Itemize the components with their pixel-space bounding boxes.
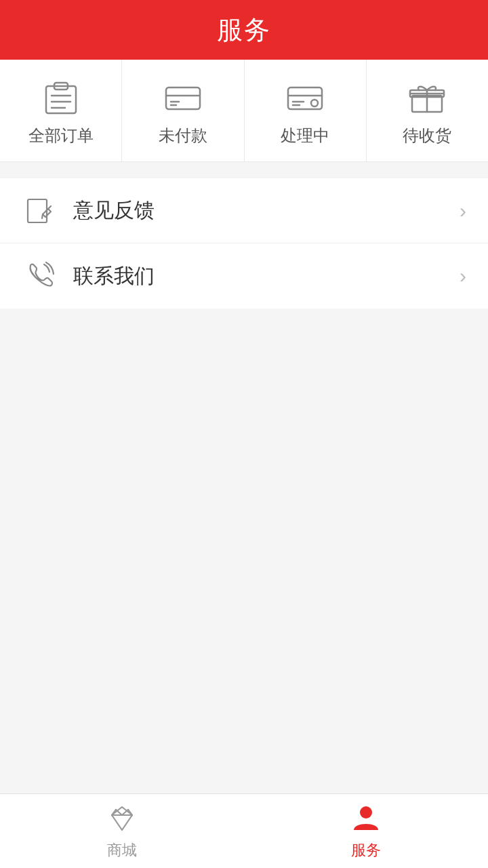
svg-point-13 <box>311 100 318 106</box>
order-tabs-section: 全部订单 未付款 处理中 <box>0 60 488 162</box>
nav-service-label: 服务 <box>351 840 381 861</box>
feedback-label: 意见反馈 <box>73 197 460 224</box>
nav-shop-label: 商城 <box>107 840 137 861</box>
menu-item-contact[interactable]: 联系我们 › <box>0 243 488 309</box>
menu-section: 意见反馈 › 联系我们 › <box>0 178 488 309</box>
svg-point-26 <box>360 806 372 818</box>
contact-arrow: › <box>460 264 466 288</box>
svg-line-23 <box>122 810 128 815</box>
menu-item-feedback[interactable]: 意见反馈 › <box>0 178 488 243</box>
tab-pending-receipt[interactable]: 待收货 <box>367 60 488 161</box>
nav-item-shop[interactable]: 商城 <box>0 794 244 868</box>
tab-processing-label: 处理中 <box>281 125 329 146</box>
svg-line-20 <box>48 206 51 209</box>
svg-rect-18 <box>28 199 47 222</box>
list-icon <box>39 79 83 117</box>
svg-line-22 <box>116 810 122 815</box>
tab-pending-label: 待收货 <box>403 125 451 146</box>
tab-unpaid[interactable]: 未付款 <box>122 60 244 161</box>
feedback-arrow: › <box>460 199 466 222</box>
nav-item-service[interactable]: 服务 <box>244 794 488 868</box>
contact-label: 联系我们 <box>73 262 460 290</box>
card-icon <box>161 79 205 117</box>
tab-all-orders[interactable]: 全部订单 <box>0 60 122 161</box>
section-spacer <box>0 162 488 178</box>
page-title: 服务 <box>217 13 271 47</box>
tab-all-orders-label: 全部订单 <box>28 125 94 146</box>
gift-icon <box>405 79 449 117</box>
edit-icon <box>22 193 57 229</box>
tab-processing[interactable]: 处理中 <box>245 60 367 161</box>
diamond-icon <box>106 802 138 835</box>
header: 服务 <box>0 0 488 60</box>
bottom-nav: 商城 服务 <box>0 793 488 868</box>
svg-line-19 <box>42 214 43 218</box>
card2-icon <box>283 79 327 117</box>
phone-icon <box>22 258 57 294</box>
tab-unpaid-label: 未付款 <box>159 125 207 146</box>
user-icon <box>350 802 382 835</box>
